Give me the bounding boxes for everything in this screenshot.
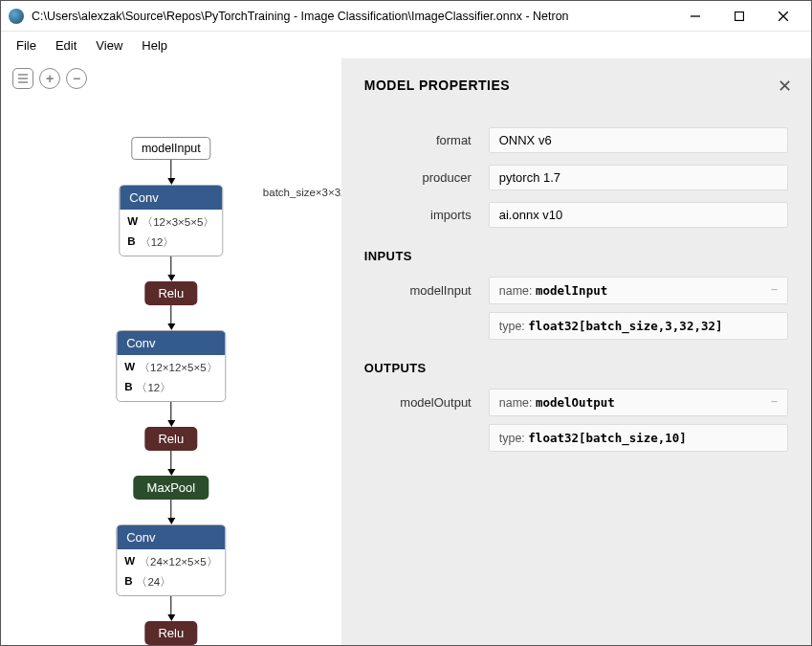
maximize-button[interactable] bbox=[717, 1, 761, 32]
field-value-format: ONNX v6 bbox=[489, 127, 788, 153]
conv-w: 〈12×12×5×5〉 bbox=[139, 361, 218, 375]
conv-b: 〈24〉 bbox=[136, 575, 171, 590]
graph-input-node[interactable]: modelInput bbox=[131, 137, 211, 160]
close-panel-icon[interactable]: ✕ bbox=[778, 76, 792, 97]
menu-view[interactable]: View bbox=[86, 34, 132, 56]
conv-w: 〈12×3×5×5〉 bbox=[142, 215, 214, 230]
outputs-heading: OUTPUTS bbox=[364, 361, 788, 375]
output-name[interactable]: name: modelOutput − bbox=[489, 389, 788, 416]
input-type: type: float32[batch_size,3,32,32] bbox=[489, 312, 788, 340]
inputs-heading: INPUTS bbox=[364, 249, 788, 263]
conv-header: Conv bbox=[117, 525, 225, 549]
menu-help[interactable]: Help bbox=[132, 34, 177, 56]
field-label-format: format bbox=[364, 133, 489, 147]
collapse-icon[interactable]: − bbox=[771, 395, 778, 409]
conv-header: Conv bbox=[120, 186, 222, 210]
conv-node[interactable]: Conv W〈24×12×5×5〉 B〈24〉 bbox=[116, 524, 226, 596]
conv-w: 〈24×12×5×5〉 bbox=[139, 555, 218, 569]
input-label: modelInput bbox=[364, 283, 489, 298]
field-value-imports: ai.onnx v10 bbox=[489, 202, 788, 228]
minimize-button[interactable] bbox=[673, 1, 717, 32]
conv-node[interactable]: Conv W〈12×3×5×5〉 B〈12〉 bbox=[119, 185, 223, 256]
output-label: modelOutput bbox=[364, 395, 489, 410]
input-name[interactable]: name: modelInput − bbox=[489, 277, 788, 304]
window-title: C:\Users\alexzak\Source\Repos\PyTorchTra… bbox=[32, 10, 673, 23]
close-button[interactable] bbox=[761, 1, 805, 32]
zoom-out-icon[interactable]: − bbox=[66, 68, 87, 89]
field-label-producer: producer bbox=[364, 170, 489, 185]
conv-b: 〈12〉 bbox=[136, 381, 171, 395]
app-icon bbox=[9, 9, 24, 24]
conv-b: 〈12〉 bbox=[140, 235, 175, 250]
collapse-icon[interactable]: − bbox=[771, 283, 778, 297]
zoom-in-icon[interactable]: + bbox=[39, 68, 60, 89]
maxpool-node[interactable]: MaxPool bbox=[134, 476, 209, 500]
window-titlebar: C:\Users\alexzak\Source\Repos\PyTorchTra… bbox=[1, 1, 811, 32]
graph-canvas[interactable]: + − modelInput batch_size×3×32×32 Conv W… bbox=[1, 58, 341, 645]
conv-header: Conv bbox=[117, 331, 225, 355]
properties-panel: MODEL PROPERTIES ✕ format ONNX v6 produc… bbox=[341, 58, 811, 645]
menu-file[interactable]: File bbox=[7, 34, 46, 56]
field-label-imports: imports bbox=[364, 208, 489, 222]
tensor-shape-label: batch_size×3×32×32 bbox=[263, 187, 341, 198]
relu-node[interactable]: Relu bbox=[144, 281, 197, 305]
menu-edit[interactable]: Edit bbox=[46, 34, 86, 56]
menu-bar: File Edit View Help bbox=[1, 32, 811, 58]
conv-node[interactable]: Conv W〈12×12×5×5〉 B〈12〉 bbox=[116, 330, 226, 402]
svg-rect-1 bbox=[735, 11, 744, 20]
properties-title: MODEL PROPERTIES bbox=[364, 78, 788, 93]
relu-node[interactable]: Relu bbox=[144, 427, 197, 451]
sidebar-toggle-icon[interactable] bbox=[12, 68, 33, 89]
output-type: type: float32[batch_size,10] bbox=[489, 424, 788, 452]
relu-node[interactable]: Relu bbox=[144, 621, 197, 645]
field-value-producer: pytorch 1.7 bbox=[489, 165, 788, 190]
